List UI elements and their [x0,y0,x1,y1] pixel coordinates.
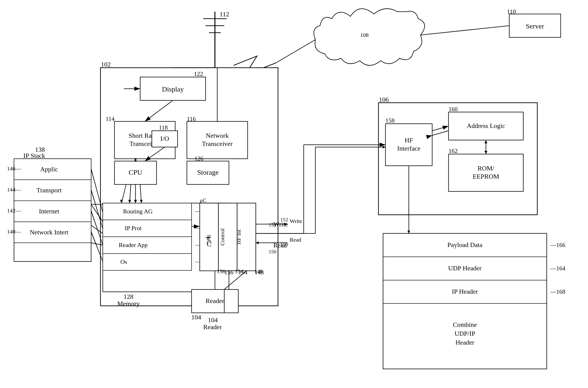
udp-header-ref: —164 [550,265,565,272]
ref-152: 152 [269,222,276,228]
tag-ref: 106 [379,96,389,103]
network-trans-label: Network [206,132,229,139]
ref-156-b: 156 [217,268,225,274]
diagram-svg: Server 110 108 112 100 102 Display 122 S… [0,0,588,388]
os-label: Os [121,258,127,265]
storage-ref: 126 [194,155,204,162]
ip-header-ref: —168 [550,288,565,295]
rom-eeprom-label2: EEPROM [473,173,499,180]
uc-label-v2: C [207,240,211,248]
io-ref: 118 [159,124,168,131]
ref-152-b: 152 [280,217,288,222]
uc-label-ref: μC [200,197,206,203]
payload-data-label: Payload Data [447,241,483,248]
svg-rect-18 [103,220,192,237]
reader-ref: 104 [191,314,201,321]
payload-data-ref: —166 [550,242,565,248]
svg-line-1 [420,26,509,35]
display-ref: 122 [194,71,203,77]
rom-eeprom-label: ROM/ [478,165,494,172]
io-label: I/O [160,135,169,142]
ref-150-b: 150 [280,242,288,247]
network-trans-ref: 116 [187,116,196,122]
hf-int-label: HF Int [236,229,242,244]
uc-label-v: μ [207,232,211,240]
short-range-ref: 114 [105,116,114,122]
rom-eeprom-ref: 162 [449,147,458,154]
hf-interface-label: HF [405,137,413,144]
hf-interface-ref: 158 [385,117,395,124]
display-label: Display [162,85,184,93]
reader-box-ref: 104 [208,316,218,324]
memory-text: Memory [117,300,140,307]
udp-header-label: UDP Header [448,265,482,272]
reader-box-label: Reader [203,323,222,331]
svg-marker-87 [408,231,410,233]
reader-app-label: Reader App [119,242,147,248]
ip-prot-label: IP Prot [125,225,142,232]
ref-150: 150 [269,249,276,254]
device-ref: 102 [101,61,111,68]
address-logic-label: Address Logic [467,122,505,129]
applic-label: Applic [40,166,58,173]
server-ref: 110 [507,8,516,15]
control-label: Control [219,228,226,246]
read-text: Read [290,237,301,243]
combine-udp-label: Combine [453,321,477,328]
cloud-ref: 108 [360,32,369,38]
internet-label: Internet [39,208,59,215]
reader-label: Reader [205,297,224,304]
ref-154-b: 154 [235,268,243,274]
network-intert-ref: 140— [7,229,21,235]
routing-ag-label: Routing AG [123,208,153,215]
applic-ref: 146— [7,166,21,171]
diagram-container: Server 110 108 112 100 102 Display 122 S… [0,0,588,388]
ip-header-label: IP Header [452,288,478,295]
ref-148-b: 148 [254,268,263,274]
network-intert-label: Network Intert [30,229,68,236]
svg-rect-20 [103,254,192,270]
hf-interface-label2: Interface [397,145,420,152]
antenna-ref: 112 [220,10,229,18]
transport-label: Transport [36,187,62,194]
memory-label: 128 [124,293,133,300]
network-trans-label2: Transceiver [202,140,233,147]
ref-156: 156 [224,269,233,276]
write-text: Write [290,218,302,224]
transport-ref: 144— [7,187,21,193]
cpu-label: CPU [129,168,143,176]
storage-label: Storage [197,168,219,176]
internet-ref: 142— [7,208,21,214]
ip-stack-ref: 138 [35,146,45,153]
address-logic-ref: 160 [449,106,458,113]
combine-udp-label3: Header [456,339,475,346]
server-label: Server [526,22,544,30]
combine-udp-label2: UDP/IP [455,330,475,337]
